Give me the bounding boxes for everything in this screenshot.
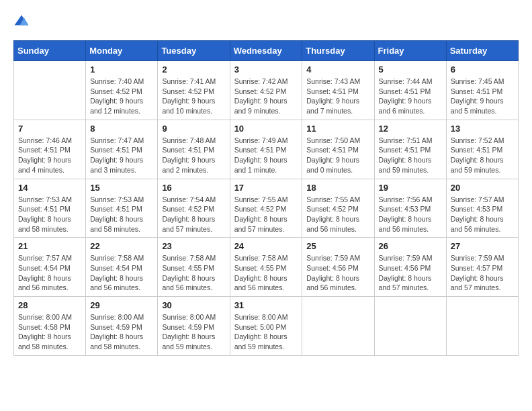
weekday-header-row: SundayMondayTuesdayWednesdayThursdayFrid… — [14, 41, 519, 61]
week-row-4: 21Sunrise: 7:57 AM Sunset: 4:54 PM Dayli… — [14, 238, 519, 297]
day-info: Sunrise: 7:40 AM Sunset: 4:52 PM Dayligh… — [90, 77, 153, 116]
day-info: Sunrise: 7:53 AM Sunset: 4:51 PM Dayligh… — [90, 195, 153, 234]
day-number: 29 — [90, 300, 153, 310]
week-row-2: 7Sunrise: 7:46 AM Sunset: 4:51 PM Daylig… — [14, 120, 519, 179]
calendar-cell — [302, 297, 374, 356]
calendar-cell: 10Sunrise: 7:49 AM Sunset: 4:51 PM Dayli… — [230, 120, 302, 179]
calendar-cell: 1Sunrise: 7:40 AM Sunset: 4:52 PM Daylig… — [86, 61, 158, 120]
calendar-cell: 6Sunrise: 7:45 AM Sunset: 4:51 PM Daylig… — [446, 61, 518, 120]
logo-icon — [13, 13, 30, 30]
day-info: Sunrise: 7:56 AM Sunset: 4:53 PM Dayligh… — [379, 195, 442, 234]
day-info: Sunrise: 7:57 AM Sunset: 4:53 PM Dayligh… — [451, 195, 514, 234]
calendar-cell: 9Sunrise: 7:48 AM Sunset: 4:51 PM Daylig… — [158, 120, 230, 179]
day-number: 2 — [162, 64, 225, 75]
calendar-cell — [14, 61, 86, 120]
calendar-cell: 2Sunrise: 7:41 AM Sunset: 4:52 PM Daylig… — [158, 61, 230, 120]
day-info: Sunrise: 7:45 AM Sunset: 4:51 PM Dayligh… — [451, 77, 514, 116]
day-info: Sunrise: 7:41 AM Sunset: 4:52 PM Dayligh… — [162, 77, 225, 116]
day-number: 27 — [451, 241, 514, 251]
day-info: Sunrise: 7:59 AM Sunset: 4:56 PM Dayligh… — [379, 253, 442, 293]
day-number: 30 — [162, 300, 225, 310]
calendar-cell — [446, 297, 518, 356]
day-info: Sunrise: 7:55 AM Sunset: 4:52 PM Dayligh… — [234, 195, 298, 234]
day-number: 3 — [234, 64, 298, 75]
day-info: Sunrise: 7:57 AM Sunset: 4:54 PM Dayligh… — [18, 253, 81, 293]
day-number: 15 — [90, 183, 153, 193]
calendar-cell: 28Sunrise: 8:00 AM Sunset: 4:58 PM Dayli… — [14, 297, 86, 356]
day-info: Sunrise: 8:00 AM Sunset: 4:58 PM Dayligh… — [18, 312, 81, 352]
calendar-cell: 30Sunrise: 8:00 AM Sunset: 4:59 PM Dayli… — [158, 297, 230, 356]
calendar-cell: 8Sunrise: 7:47 AM Sunset: 4:51 PM Daylig… — [86, 120, 158, 179]
day-info: Sunrise: 8:00 AM Sunset: 4:59 PM Dayligh… — [162, 312, 225, 352]
day-info: Sunrise: 7:59 AM Sunset: 4:57 PM Dayligh… — [451, 253, 514, 293]
day-number: 16 — [162, 183, 225, 193]
calendar-cell: 16Sunrise: 7:54 AM Sunset: 4:52 PM Dayli… — [158, 179, 230, 238]
day-number: 14 — [18, 183, 81, 193]
day-info: Sunrise: 7:52 AM Sunset: 4:51 PM Dayligh… — [451, 136, 514, 175]
day-info: Sunrise: 7:58 AM Sunset: 4:55 PM Dayligh… — [234, 253, 298, 293]
calendar-cell: 13Sunrise: 7:52 AM Sunset: 4:51 PM Dayli… — [446, 120, 518, 179]
calendar-cell: 20Sunrise: 7:57 AM Sunset: 4:53 PM Dayli… — [446, 179, 518, 238]
week-row-5: 28Sunrise: 8:00 AM Sunset: 4:58 PM Dayli… — [14, 297, 519, 356]
day-info: Sunrise: 7:58 AM Sunset: 4:54 PM Dayligh… — [90, 253, 153, 293]
day-info: Sunrise: 7:47 AM Sunset: 4:51 PM Dayligh… — [90, 136, 153, 175]
weekday-header-monday: Monday — [86, 41, 158, 61]
day-number: 25 — [306, 241, 369, 251]
day-number: 6 — [451, 64, 514, 75]
day-info: Sunrise: 7:42 AM Sunset: 4:52 PM Dayligh… — [234, 77, 298, 116]
day-number: 9 — [162, 124, 225, 134]
day-number: 13 — [451, 124, 514, 134]
day-number: 22 — [90, 241, 153, 251]
day-info: Sunrise: 7:53 AM Sunset: 4:51 PM Dayligh… — [18, 195, 81, 234]
day-number: 7 — [18, 124, 81, 134]
day-info: Sunrise: 8:00 AM Sunset: 4:59 PM Dayligh… — [90, 312, 153, 352]
calendar-cell: 31Sunrise: 8:00 AM Sunset: 5:00 PM Dayli… — [230, 297, 302, 356]
day-number: 20 — [451, 183, 514, 193]
day-info: Sunrise: 7:43 AM Sunset: 4:51 PM Dayligh… — [306, 77, 369, 116]
day-info: Sunrise: 7:49 AM Sunset: 4:51 PM Dayligh… — [234, 136, 298, 175]
day-info: Sunrise: 7:44 AM Sunset: 4:51 PM Dayligh… — [379, 77, 442, 116]
calendar-cell: 21Sunrise: 7:57 AM Sunset: 4:54 PM Dayli… — [14, 238, 86, 297]
day-number: 18 — [306, 183, 369, 193]
weekday-header-wednesday: Wednesday — [230, 41, 302, 61]
logo — [13, 13, 32, 30]
day-info: Sunrise: 7:51 AM Sunset: 4:51 PM Dayligh… — [379, 136, 442, 175]
day-info: Sunrise: 7:48 AM Sunset: 4:51 PM Dayligh… — [162, 136, 225, 175]
weekday-header-sunday: Sunday — [14, 41, 86, 61]
calendar-cell: 17Sunrise: 7:55 AM Sunset: 4:52 PM Dayli… — [230, 179, 302, 238]
day-number: 8 — [90, 124, 153, 134]
calendar-cell — [374, 297, 446, 356]
day-number: 12 — [379, 124, 442, 134]
day-info: Sunrise: 7:46 AM Sunset: 4:51 PM Dayligh… — [18, 136, 81, 175]
day-number: 21 — [18, 241, 81, 251]
day-number: 28 — [18, 300, 81, 310]
week-row-1: 1Sunrise: 7:40 AM Sunset: 4:52 PM Daylig… — [14, 61, 519, 120]
day-info: Sunrise: 8:00 AM Sunset: 5:00 PM Dayligh… — [234, 312, 298, 352]
calendar-cell: 14Sunrise: 7:53 AM Sunset: 4:51 PM Dayli… — [14, 179, 86, 238]
calendar-cell: 4Sunrise: 7:43 AM Sunset: 4:51 PM Daylig… — [302, 61, 374, 120]
day-info: Sunrise: 7:59 AM Sunset: 4:56 PM Dayligh… — [306, 253, 369, 293]
weekday-header-tuesday: Tuesday — [158, 41, 230, 61]
week-row-3: 14Sunrise: 7:53 AM Sunset: 4:51 PM Dayli… — [14, 179, 519, 238]
day-number: 4 — [306, 64, 369, 75]
day-number: 11 — [306, 124, 369, 134]
day-info: Sunrise: 7:58 AM Sunset: 4:55 PM Dayligh… — [162, 253, 225, 293]
day-info: Sunrise: 7:54 AM Sunset: 4:52 PM Dayligh… — [162, 195, 225, 234]
day-number: 26 — [379, 241, 442, 251]
calendar-cell: 11Sunrise: 7:50 AM Sunset: 4:51 PM Dayli… — [302, 120, 374, 179]
day-number: 31 — [234, 300, 298, 310]
day-info: Sunrise: 7:50 AM Sunset: 4:51 PM Dayligh… — [306, 136, 369, 175]
weekday-header-thursday: Thursday — [302, 41, 374, 61]
calendar: SundayMondayTuesdayWednesdayThursdayFrid… — [13, 40, 519, 356]
day-info: Sunrise: 7:55 AM Sunset: 4:52 PM Dayligh… — [306, 195, 369, 234]
calendar-cell: 23Sunrise: 7:58 AM Sunset: 4:55 PM Dayli… — [158, 238, 230, 297]
calendar-cell: 7Sunrise: 7:46 AM Sunset: 4:51 PM Daylig… — [14, 120, 86, 179]
calendar-cell: 24Sunrise: 7:58 AM Sunset: 4:55 PM Dayli… — [230, 238, 302, 297]
day-number: 23 — [162, 241, 225, 251]
day-number: 17 — [234, 183, 298, 193]
calendar-cell: 26Sunrise: 7:59 AM Sunset: 4:56 PM Dayli… — [374, 238, 446, 297]
calendar-cell: 22Sunrise: 7:58 AM Sunset: 4:54 PM Dayli… — [86, 238, 158, 297]
day-number: 1 — [90, 64, 153, 75]
weekday-header-saturday: Saturday — [446, 41, 518, 61]
calendar-cell: 27Sunrise: 7:59 AM Sunset: 4:57 PM Dayli… — [446, 238, 518, 297]
